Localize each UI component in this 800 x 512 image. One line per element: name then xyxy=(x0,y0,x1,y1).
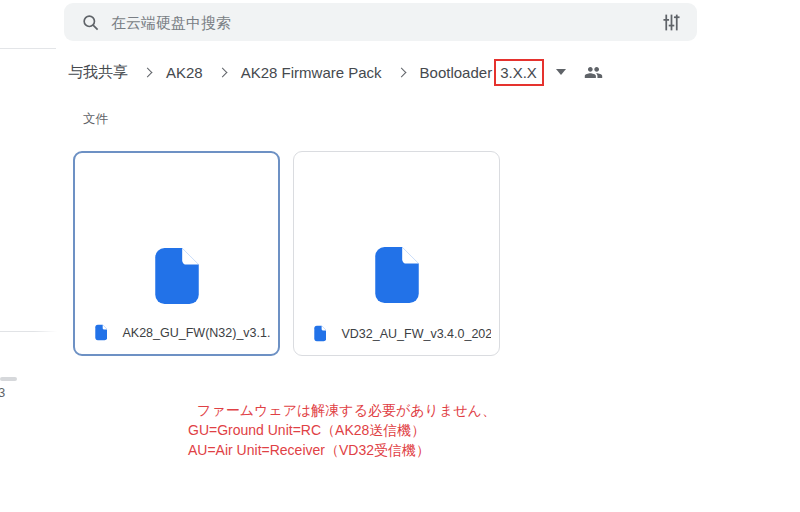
search-options-icon[interactable] xyxy=(661,12,682,33)
breadcrumb-firmware-pack[interactable]: AK28 Firmware Pack xyxy=(241,64,382,81)
chevron-right-icon xyxy=(396,67,406,77)
sidebar-fragment-bar xyxy=(0,377,17,381)
chevron-right-icon xyxy=(217,67,227,77)
shared-people-icon[interactable] xyxy=(584,63,603,82)
file-preview xyxy=(75,153,278,305)
annotation-note: ファームウェアは解凍する必要がありません、 GU=Ground Unit=RC（… xyxy=(188,400,496,460)
breadcrumb-current-label: Bootloader xyxy=(420,64,493,81)
header-divider xyxy=(0,48,56,49)
files-section-label: 文件 xyxy=(83,111,108,128)
annotation-line: GU=Ground Unit=RC（AK28送信機） xyxy=(188,420,496,440)
breadcrumb-shared-with-me[interactable]: 与我共享 xyxy=(68,63,128,82)
annotation-line: ファームウェアは解凍する必要がありません、 xyxy=(188,400,496,420)
file-icon xyxy=(374,246,420,304)
breadcrumb: 与我共享 AK28 AK28 Firmware Pack Bootloader … xyxy=(68,56,603,88)
search-input[interactable] xyxy=(111,14,661,31)
file-preview xyxy=(294,152,499,304)
annotation-line: AU=Air Unit=Receiver（VD32受信機） xyxy=(188,440,496,460)
file-icon xyxy=(154,247,200,305)
drive-window: 与我共享 AK28 AK28 Firmware Pack Bootloader … xyxy=(0,0,800,512)
version-highlight-box: 3.X.X xyxy=(494,59,544,86)
breadcrumb-current-folder[interactable]: Bootloader 3.X.X xyxy=(420,59,544,86)
file-name: AK28_GU_FW(N32)_v3.1.8... xyxy=(122,326,270,340)
search-bar[interactable] xyxy=(64,3,697,41)
file-name: VD32_AU_FW_v3.4.0_2022... xyxy=(341,327,491,341)
breadcrumb-ak28[interactable]: AK28 xyxy=(166,64,203,81)
sidebar-fragment-text: 3 xyxy=(0,385,5,400)
file-card-vd32-au-fw[interactable]: VD32_AU_FW_v3.4.0_2022... xyxy=(293,151,500,356)
version-text: 3.X.X xyxy=(500,64,537,81)
search-icon[interactable] xyxy=(81,13,100,32)
file-type-icon xyxy=(95,324,107,341)
file-card-ak28-gu-fw[interactable]: AK28_GU_FW(N32)_v3.1.8... xyxy=(73,151,280,356)
sidebar-fragment-divider xyxy=(0,331,57,332)
chevron-right-icon xyxy=(143,67,153,77)
file-type-icon xyxy=(314,325,326,342)
folder-dropdown-icon[interactable] xyxy=(556,69,566,75)
